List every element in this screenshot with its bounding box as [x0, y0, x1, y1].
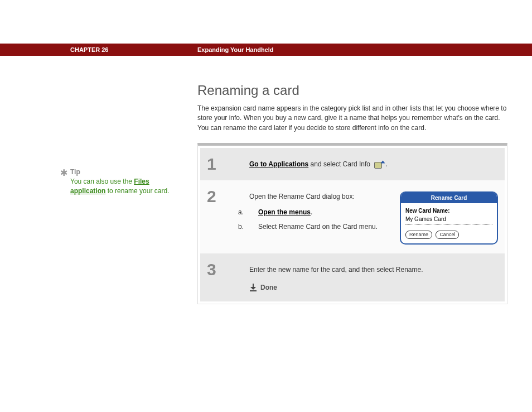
- tip-post: to rename your card.: [105, 187, 169, 195]
- open-the-menus-link[interactable]: Open the menus: [258, 208, 311, 216]
- substep-b-text: Select Rename Card on the Card menu.: [258, 223, 378, 231]
- intro-paragraph: The expansion card name appears in the c…: [197, 104, 507, 133]
- step-body: Open the Rename Card dialog box: a.Open …: [238, 180, 505, 253]
- step-2-lead: Open the Rename Card dialog box:: [249, 191, 390, 202]
- done-icon: [249, 284, 257, 291]
- dialog-field-value[interactable]: My Games Card: [405, 215, 492, 224]
- tip-text: You can also use the Files application t…: [70, 177, 175, 196]
- page-header: CHAPTER 26 Expanding Your Handheld: [0, 44, 532, 56]
- substep-a-marker: a.: [249, 207, 258, 217]
- card-info-icon: [374, 160, 384, 168]
- step-number: 1: [200, 148, 238, 180]
- step-3-text: Enter the new name for the card, and the…: [249, 265, 498, 275]
- tip-star-icon: ✱: [60, 167, 67, 179]
- tip-label: Tip: [70, 167, 175, 177]
- substep-a-end: .: [311, 208, 312, 216]
- steps-container: 1 Go to Applications and select Card Inf…: [197, 143, 507, 304]
- rename-button[interactable]: Rename: [405, 231, 432, 239]
- dialog-title: Rename Card: [401, 193, 497, 203]
- page-title: Renaming a card: [197, 83, 507, 98]
- rename-card-dialog: Rename Card New Card Name: My Games Card…: [400, 191, 498, 245]
- step-2: 2 Open the Rename Card dialog box: a.Ope…: [200, 180, 505, 253]
- tip-box: ✱ Tip You can also use the Files applica…: [70, 167, 175, 195]
- chapter-label: CHAPTER 26: [70, 46, 197, 53]
- step-1-end: .: [385, 160, 387, 168]
- step-number: 3: [200, 253, 238, 301]
- substep-b-marker: b.: [249, 222, 258, 232]
- tip-pre: You can also use the: [70, 178, 134, 185]
- cancel-button[interactable]: Cancel: [436, 231, 459, 239]
- step-body: Go to Applications and select Card Info …: [238, 148, 505, 180]
- step-3: 3 Enter the new name for the card, and t…: [200, 253, 505, 301]
- substep-b: b.Select Rename Card on the Card menu.: [249, 222, 390, 232]
- chapter-title: Expanding Your Handheld: [197, 46, 274, 53]
- done-label: Done: [260, 284, 277, 291]
- go-to-applications-link[interactable]: Go to Applications: [249, 160, 308, 168]
- step-number: 2: [200, 180, 238, 253]
- step-1-rest: and select Card Info: [308, 160, 372, 168]
- step-1: 1 Go to Applications and select Card Inf…: [200, 148, 505, 180]
- step-body: Enter the new name for the card, and the…: [238, 253, 505, 301]
- substep-a: a.Open the menus.: [249, 207, 390, 217]
- dialog-field-label: New Card Name:: [405, 207, 492, 215]
